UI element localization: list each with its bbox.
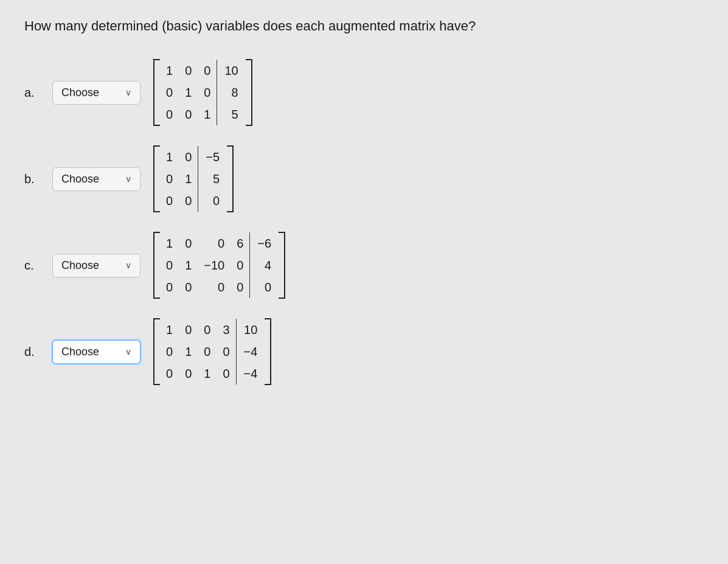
matrix-cell: 0 [179, 276, 198, 298]
table-row: 000 [160, 190, 226, 212]
choose-dropdown-b[interactable]: Choose∨ [52, 167, 140, 191]
table-row: 10−5 [160, 146, 226, 168]
matrix-cell: 0 [160, 82, 179, 103]
problem-label-c: c. [24, 259, 41, 273]
matrix-table-b: 10−5015000 [160, 146, 226, 212]
matrix-b: 10−5015000 [151, 145, 234, 213]
augmented-divider: 5 [198, 168, 226, 190]
matrix-cell: 1 [198, 363, 217, 385]
left-bracket-c [151, 231, 160, 299]
matrix-cell: 1 [160, 232, 179, 254]
augmented-divider: 0 [249, 276, 277, 298]
matrix-cell: 0 [198, 276, 231, 298]
chevron-icon-b: ∨ [125, 174, 131, 184]
matrix-c: 1006−601−100400000 [151, 231, 286, 299]
matrix-cell: 0 [160, 168, 179, 190]
problem-row-c: c.Choose∨1006−601−100400000 [24, 225, 704, 305]
matrix-cell: 0 [160, 254, 179, 276]
matrix-cell: 1 [160, 319, 179, 341]
matrix-cell: 0 [179, 319, 198, 341]
matrix-d: 1003100100−40010−4 [151, 318, 272, 386]
table-row: 1006−6 [160, 232, 277, 254]
choose-label-b: Choose [61, 173, 99, 186]
matrix-table-a: 1001001080015 [160, 60, 244, 125]
matrix-cell: 1 [160, 60, 179, 82]
choose-dropdown-d[interactable]: Choose∨ [52, 340, 140, 364]
augmented-divider: 4 [249, 254, 277, 276]
matrix-cell: 0 [179, 363, 198, 385]
matrix-cell: 0 [198, 60, 217, 82]
table-row: 10010 [160, 60, 244, 82]
left-bracket-a [151, 58, 160, 127]
choose-label-c: Choose [61, 259, 99, 272]
problem-label-b: b. [24, 172, 41, 186]
matrix-cell: 1 [179, 341, 198, 363]
augmented-divider: 10 [236, 319, 264, 341]
right-bracket-d [263, 318, 272, 386]
augmented-divider: 0 [198, 190, 226, 212]
chevron-icon-c: ∨ [125, 260, 131, 270]
problem-row-a: a.Choose∨1001001080015 [24, 52, 704, 133]
left-bracket-d [151, 318, 160, 386]
matrix-cell: 0 [198, 341, 217, 363]
matrix-table-d: 1003100100−40010−4 [160, 319, 263, 385]
table-row: 01−1004 [160, 254, 277, 276]
problem-row-b: b.Choose∨10−5015000 [24, 139, 704, 219]
augmented-divider: −4 [236, 363, 264, 385]
choose-label-d: Choose [61, 346, 99, 358]
matrix-cell: 3 [217, 319, 235, 341]
augmented-divider: 5 [217, 103, 244, 125]
matrix-cell: 0 [217, 363, 235, 385]
chevron-icon-a: ∨ [125, 88, 131, 97]
matrix-cell: 6 [231, 232, 249, 254]
problem-row-d: d.Choose∨1003100100−40010−4 [24, 312, 704, 392]
augmented-divider: −5 [198, 146, 226, 168]
right-bracket-a [244, 58, 253, 127]
matrix-cell: 0 [179, 103, 198, 125]
left-bracket-b [151, 145, 160, 213]
right-bracket-b [226, 145, 234, 213]
matrix-cell: 0 [160, 103, 179, 125]
table-row: 0010−4 [160, 363, 263, 385]
matrix-a: 1001001080015 [151, 58, 253, 127]
matrix-cell: 0 [217, 341, 235, 363]
matrix-cell: 0 [198, 232, 231, 254]
matrix-cell: 0 [231, 276, 249, 298]
table-row: 0100−4 [160, 341, 263, 363]
table-row: 00000 [160, 276, 277, 298]
matrix-cell: 0 [179, 60, 198, 82]
choose-label-a: Choose [61, 86, 99, 99]
matrix-cell: 1 [179, 168, 198, 190]
table-row: 100310 [160, 319, 263, 341]
matrix-cell: 0 [198, 319, 217, 341]
matrix-cell: 0 [179, 232, 198, 254]
question-title: How many determined (basic) variables do… [24, 18, 704, 34]
problem-label-a: a. [24, 86, 41, 100]
augmented-divider: −4 [236, 341, 264, 363]
matrix-cell: 0 [231, 254, 249, 276]
matrix-cell: 0 [160, 190, 179, 212]
matrix-cell: 1 [179, 254, 198, 276]
choose-dropdown-c[interactable]: Choose∨ [52, 254, 140, 277]
chevron-icon-d: ∨ [125, 347, 131, 357]
matrix-cell: −10 [198, 254, 231, 276]
matrix-cell: 1 [179, 82, 198, 103]
matrix-table-c: 1006−601−100400000 [160, 232, 277, 298]
table-row: 0108 [160, 82, 244, 103]
matrix-cell: 1 [198, 103, 217, 125]
matrix-cell: 0 [160, 363, 179, 385]
augmented-divider: 8 [217, 82, 244, 103]
matrix-cell: 0 [160, 276, 179, 298]
choose-dropdown-a[interactable]: Choose∨ [52, 81, 140, 105]
problem-label-d: d. [24, 345, 41, 359]
right-bracket-c [277, 231, 286, 299]
matrix-cell: 0 [179, 146, 198, 168]
matrix-cell: 0 [198, 82, 217, 103]
matrix-cell: 0 [160, 341, 179, 363]
augmented-divider: −6 [249, 232, 277, 254]
table-row: 0015 [160, 103, 244, 125]
matrix-cell: 1 [160, 146, 179, 168]
table-row: 015 [160, 168, 226, 190]
augmented-divider: 10 [217, 60, 244, 82]
problem-list: a.Choose∨1001001080015b.Choose∨10−501500… [24, 52, 704, 392]
